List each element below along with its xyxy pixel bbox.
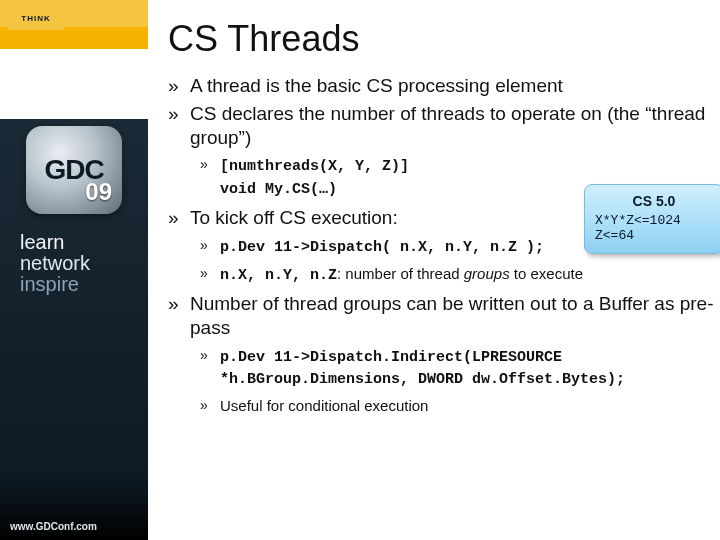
- tagline-learn: learn: [20, 232, 130, 253]
- bullet-4: Number of thread groups can be written o…: [168, 292, 720, 416]
- callout-title: CS 5.0: [595, 193, 713, 209]
- bullet-3-text: To kick off CS execution:: [190, 207, 398, 228]
- gdc-badge: GDC 09: [26, 126, 122, 214]
- bullet-3-note: n.X, n.Y, n.Z: number of thread groups t…: [200, 264, 720, 286]
- tagline: learn network inspire: [20, 232, 130, 295]
- nxyz-mid: : number of thread: [337, 265, 464, 282]
- nxyz: n.X, n.Y, n.Z: [220, 267, 337, 284]
- bullet-1: A thread is the basic CS processing elem…: [168, 74, 720, 98]
- code-dispatch: p.Dev 11->Dispatch( n.X, n.Y, n.Z );: [220, 239, 544, 256]
- bullet-4-text: Number of thread groups can be written o…: [190, 293, 714, 338]
- bullet-2-text: CS declares the number of threads to ope…: [190, 103, 705, 148]
- cs50-callout: CS 5.0 X*Y*Z<=1024 Z<=64: [584, 184, 720, 254]
- code-numthreads-2: void My.CS(…): [220, 181, 337, 198]
- think-badge: THINK: [8, 6, 64, 30]
- slide: THINK GDC 09 learn network inspire www.G…: [0, 0, 720, 540]
- tagline-inspire: inspire: [20, 274, 130, 295]
- bullet-4-note: Useful for conditional execution: [200, 396, 720, 416]
- callout-row-2: Z<=64: [595, 228, 713, 243]
- code-dispatch-indirect: p.Dev 11->Dispatch.Indirect(LPRESOURCE *…: [220, 349, 625, 388]
- callout-row-1: X*Y*Z<=1024: [595, 213, 713, 228]
- bullet-4-code: p.Dev 11->Dispatch.Indirect(LPRESOURCE *…: [200, 346, 720, 391]
- gdc-year: 09: [85, 178, 112, 206]
- slide-title: CS Threads: [168, 18, 720, 60]
- nxyz-post: to execute: [510, 265, 583, 282]
- code-numthreads-1: [numthreads(X, Y, Z)]: [220, 158, 409, 175]
- tagline-network: network: [20, 253, 130, 274]
- nxyz-ital: groups: [464, 265, 510, 282]
- footer-url: www.GDConf.com: [10, 521, 97, 532]
- left-strip: THINK GDC 09 learn network inspire www.G…: [0, 0, 148, 540]
- content: CS Threads A thread is the basic CS proc…: [168, 0, 720, 540]
